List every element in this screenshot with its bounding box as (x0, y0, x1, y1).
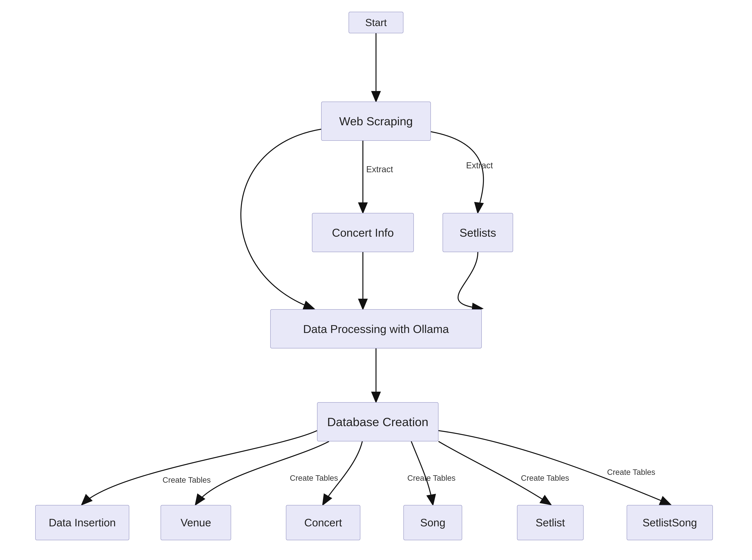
node-data-processing: Data Processing with Ollama (270, 309, 482, 348)
edge-label-extract2: Extract (466, 160, 493, 170)
node-web-scraping: Web Scraping (321, 102, 431, 141)
node-concert: Concert (286, 505, 360, 540)
edge-label-create-tables-setlistsong: Create Tables (607, 468, 655, 477)
node-setlist-song: SetlistSong (627, 505, 713, 540)
node-setlists: Setlists (443, 213, 513, 252)
node-venue: Venue (160, 505, 231, 540)
edge-label-extract1: Extract (366, 164, 393, 174)
node-start: Start (349, 12, 403, 33)
node-song: Song (403, 505, 462, 540)
diagram-container: Start Web Scraping Concert Info Setlists… (0, 0, 752, 560)
edge-label-create-tables-setlist: Create Tables (521, 474, 569, 482)
node-data-insertion: Data Insertion (35, 505, 129, 540)
edge-label-create-tables-song: Create Tables (407, 474, 456, 482)
edge-label-create-tables-venue: Create Tables (162, 476, 211, 484)
edge-label-create-tables-concert: Create Tables (290, 474, 338, 482)
node-setlist: Setlist (517, 505, 583, 540)
node-database-creation: Database Creation (317, 402, 439, 441)
node-concert-info: Concert Info (312, 213, 414, 252)
